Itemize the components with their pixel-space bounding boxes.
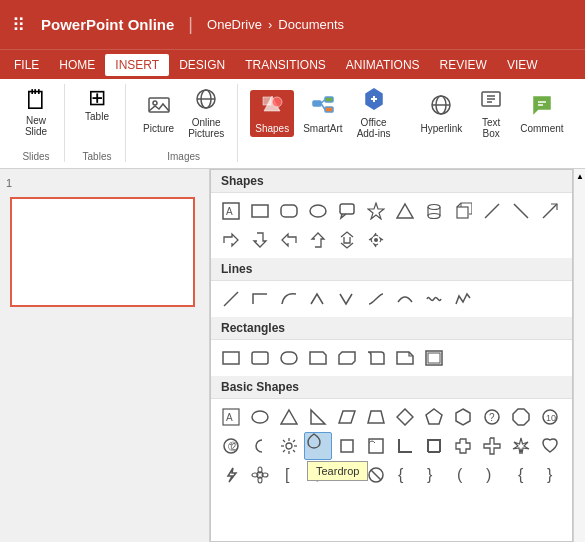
menu-home[interactable]: HOME <box>49 54 105 76</box>
picture-button[interactable]: Picture <box>138 90 179 137</box>
shape-arrow-down[interactable] <box>246 226 274 254</box>
line-scribble[interactable] <box>420 285 448 313</box>
basic-text[interactable]: A <box>217 403 245 431</box>
menu-animations[interactable]: ANIMATIONS <box>336 54 430 76</box>
line-straight[interactable] <box>217 285 245 313</box>
basic-no-sign[interactable] <box>362 461 390 489</box>
menu-transitions[interactable]: TRANSITIONS <box>235 54 336 76</box>
basic-corner[interactable] <box>420 432 448 460</box>
menu-insert[interactable]: INSERT <box>105 54 169 76</box>
rect-snip-corner[interactable] <box>304 344 332 372</box>
basic-star4[interactable] <box>507 432 535 460</box>
rect-fold[interactable] <box>391 344 419 372</box>
basic-triangle[interactable] <box>275 403 303 431</box>
basic-oval[interactable] <box>246 403 274 431</box>
basic-lightning[interactable] <box>217 461 245 489</box>
shape-arrow-up[interactable] <box>304 226 332 254</box>
basic-curly-brace[interactable]: { <box>507 461 535 489</box>
basic-pipe[interactable]: } <box>536 461 564 489</box>
line-zigzag2[interactable] <box>333 285 361 313</box>
rect-plain[interactable] <box>217 344 245 372</box>
svg-point-36 <box>428 214 440 219</box>
basic-sun[interactable] <box>275 432 303 460</box>
line-arc[interactable] <box>391 285 419 313</box>
slide-thumbnail[interactable] <box>10 197 195 307</box>
basic-teardrop[interactable]: Teardrop <box>304 432 332 460</box>
shape-oval[interactable] <box>304 197 332 225</box>
menu-review[interactable]: REVIEW <box>430 54 497 76</box>
basic-hexagon[interactable] <box>449 403 477 431</box>
new-slide-button[interactable]: 🗒 NewSlide <box>16 84 56 140</box>
shape-arrow-left[interactable] <box>275 226 303 254</box>
smartart-button[interactable]: SmartArt <box>298 90 347 137</box>
basic-decagon[interactable]: 10 <box>536 403 564 431</box>
basic-pentagon[interactable] <box>420 403 448 431</box>
rect-snip-round[interactable] <box>362 344 390 372</box>
rect-rounded-large[interactable] <box>275 344 303 372</box>
shape-arrow-quad[interactable] <box>362 226 390 254</box>
menu-design[interactable]: DESIGN <box>169 54 235 76</box>
basic-heart[interactable] <box>536 432 564 460</box>
basic-smiley[interactable]: ⑫ <box>217 432 245 460</box>
online-pictures-button[interactable]: OnlinePictures <box>183 84 229 142</box>
line-zigzag1[interactable] <box>304 285 332 313</box>
basic-bracket-close[interactable]: ) <box>478 461 506 489</box>
shape-star[interactable] <box>362 197 390 225</box>
line-curve[interactable] <box>275 285 303 313</box>
basic-question[interactable]: ? <box>478 403 506 431</box>
rect-snip-2corners[interactable] <box>333 344 361 372</box>
line-freeform[interactable] <box>449 285 477 313</box>
shape-cube[interactable] <box>449 197 477 225</box>
breadcrumb-part2[interactable]: Documents <box>278 17 344 32</box>
line-elbow[interactable] <box>246 285 274 313</box>
basic-left-brace[interactable]: { <box>391 461 419 489</box>
shapes-dropdown-panel[interactable]: Shapes A Lines <box>210 169 573 542</box>
menu-file[interactable]: FILE <box>4 54 49 76</box>
comment-button[interactable]: Comment <box>515 90 568 137</box>
breadcrumb-part1[interactable]: OneDrive <box>207 17 262 32</box>
basic-l-shape[interactable] <box>391 432 419 460</box>
basic-plus[interactable] <box>478 432 506 460</box>
shape-rectangle[interactable] <box>246 197 274 225</box>
table-button[interactable]: ⊞ Table <box>77 84 117 125</box>
rect-rounded-small[interactable] <box>246 344 274 372</box>
shape-line-diag2[interactable] <box>507 197 535 225</box>
shape-text[interactable]: A <box>217 197 245 225</box>
basic-bracket-open[interactable]: ( <box>449 461 477 489</box>
shape-callout[interactable] <box>333 197 361 225</box>
waffle-icon[interactable]: ⠿ <box>12 14 25 36</box>
basic-octagon[interactable] <box>507 403 535 431</box>
scroll-up-button[interactable]: ▲ <box>574 169 585 183</box>
basic-right-brace[interactable]: } <box>420 461 448 489</box>
basic-rect-shape[interactable] <box>333 432 361 460</box>
shape-rounded-rect[interactable] <box>275 197 303 225</box>
shape-line-diag1[interactable] <box>478 197 506 225</box>
shape-cylinder[interactable] <box>420 197 448 225</box>
basic-right-triangle[interactable] <box>304 403 332 431</box>
basic-plaque[interactable] <box>362 432 390 460</box>
basic-moon[interactable] <box>246 432 274 460</box>
line-s-curve[interactable] <box>362 285 390 313</box>
scroll-track[interactable] <box>574 183 585 542</box>
menu-view[interactable]: VIEW <box>497 54 548 76</box>
office-addins-button[interactable]: OfficeAdd-ins <box>352 84 396 142</box>
textbox-button[interactable]: TextBox <box>471 84 511 142</box>
basic-diamond[interactable] <box>391 403 419 431</box>
scrollbar[interactable]: ▲ <box>573 169 585 542</box>
svg-text:⑫: ⑫ <box>228 441 238 452</box>
shape-arrow-updown[interactable] <box>333 226 361 254</box>
shape-arrow-right[interactable] <box>217 226 245 254</box>
basic-wave[interactable] <box>333 461 361 489</box>
shape-triangle[interactable] <box>391 197 419 225</box>
basic-gear[interactable] <box>304 461 332 489</box>
breadcrumb: OneDrive › Documents <box>207 17 344 32</box>
basic-trapezoid[interactable] <box>362 403 390 431</box>
basic-flower[interactable] <box>246 461 274 489</box>
rect-frame[interactable] <box>420 344 448 372</box>
shapes-button[interactable]: Shapes <box>250 90 294 137</box>
hyperlink-button[interactable]: Hyperlink <box>416 90 468 137</box>
basic-parallelogram[interactable] <box>333 403 361 431</box>
basic-cross[interactable] <box>449 432 477 460</box>
basic-brace-open[interactable]: [ <box>275 461 303 489</box>
shape-line-arrow-diag[interactable] <box>536 197 564 225</box>
